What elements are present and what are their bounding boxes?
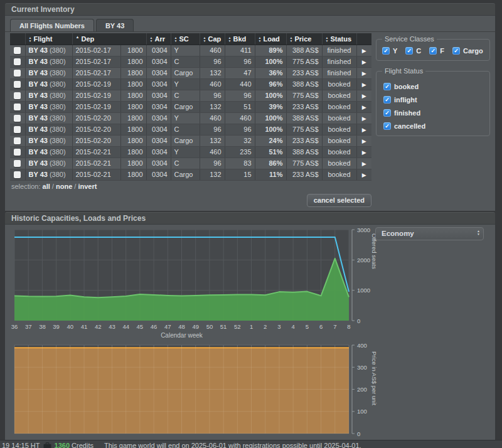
row-detail-icon[interactable]: ▶ xyxy=(362,149,366,156)
flight-cell: BY 43 (380) xyxy=(25,56,72,67)
row-checkbox[interactable] xyxy=(14,92,21,99)
row-checkbox[interactable] xyxy=(14,171,21,178)
dep-date-cell: 2015-02-21 xyxy=(72,157,120,169)
status-cell: booked xyxy=(322,78,356,90)
row-checkbox[interactable] xyxy=(14,126,21,133)
booked-cell: 440 xyxy=(225,78,255,90)
service-classes-fieldset: Service Classes YCFCargo xyxy=(376,35,490,61)
svg-text:7: 7 xyxy=(333,323,336,330)
filters-panel: Service Classes YCFCargo Flight Status b… xyxy=(376,33,490,207)
flight-status-cancelled[interactable]: cancelled xyxy=(383,122,484,130)
checkbox-icon[interactable] xyxy=(405,47,413,55)
svg-text:1000: 1000 xyxy=(357,287,370,294)
dep-date-cell: 2015-02-17 xyxy=(72,45,120,56)
select-invert-link[interactable]: invert xyxy=(78,183,97,190)
load-cell: 96% xyxy=(255,78,286,90)
col-header-bkd[interactable]: ▲▼Bkd xyxy=(225,33,255,45)
svg-text:47: 47 xyxy=(164,323,171,330)
service-class-c[interactable]: C xyxy=(405,47,421,55)
price-cell: 388 AS$ xyxy=(286,78,322,90)
row-detail-icon[interactable]: ▶ xyxy=(362,115,366,122)
service-class-f[interactable]: F xyxy=(429,47,444,55)
svg-text:45: 45 xyxy=(137,323,144,330)
tab-by-43[interactable]: BY 43 xyxy=(96,19,134,31)
credits-briefcase-icon xyxy=(43,442,51,448)
row-detail-icon[interactable]: ▶ xyxy=(362,82,366,88)
row-checkbox[interactable] xyxy=(14,58,21,65)
tab-all-flight-numbers[interactable]: All Flights Numbers xyxy=(10,19,94,31)
row-detail-icon[interactable]: ▶ xyxy=(362,104,366,110)
row-detail-icon[interactable]: ▶ xyxy=(362,70,366,77)
col-header-arr[interactable]: ▲▼Arr xyxy=(146,33,171,45)
svg-text:43: 43 xyxy=(109,323,115,330)
col-header-load[interactable]: ▲▼Load xyxy=(255,33,286,45)
row-detail-icon[interactable]: ▶ xyxy=(362,48,366,54)
booked-cell: 460 xyxy=(225,112,255,124)
history-title: Historic Capacities, Loads and Prices xyxy=(5,212,495,225)
row-detail-icon[interactable]: ▶ xyxy=(362,161,366,167)
row-detail-icon[interactable]: ▶ xyxy=(362,138,366,144)
capacity-cell: 96 xyxy=(200,157,225,169)
capacity-cell: 132 xyxy=(200,67,225,78)
row-checkbox[interactable] xyxy=(14,70,21,77)
dep-date-cell: 2015-02-19 xyxy=(72,101,120,112)
flight-cell: BY 43 (380) xyxy=(25,112,72,124)
col-header-sc[interactable]: ▲▼SC xyxy=(171,33,200,45)
selection-bar: selection: all / none / invert xyxy=(10,181,371,191)
col-header-dep[interactable]: ▲Dep xyxy=(72,33,146,45)
row-checkbox[interactable] xyxy=(14,81,21,88)
checkbox-icon[interactable] xyxy=(383,122,391,130)
service-class-cargo[interactable]: Cargo xyxy=(452,47,483,55)
row-checkbox[interactable] xyxy=(14,104,21,110)
service-class-select[interactable]: Economy ▲▼ xyxy=(375,227,484,240)
status-bar: 19 14:15 HT 1360 Credits This game world… xyxy=(0,440,502,448)
sort-icon: ▲▼ xyxy=(174,36,178,42)
dep-time-cell: 1800 xyxy=(120,56,146,67)
flight-status-finished[interactable]: finished xyxy=(383,109,484,117)
svg-text:Calendar week: Calendar week xyxy=(161,332,203,339)
service-class-cell: C xyxy=(171,90,200,101)
booked-cell: 411 xyxy=(225,45,255,56)
load-cell: 86% xyxy=(255,157,286,169)
row-checkbox[interactable] xyxy=(14,149,21,156)
load-cell: 100% xyxy=(255,56,286,67)
cancel-selected-button[interactable]: cancel selected xyxy=(307,194,371,207)
col-header-status[interactable]: ▲▼Status xyxy=(322,33,356,45)
checkbox-icon[interactable] xyxy=(382,47,390,55)
row-checkbox[interactable] xyxy=(14,47,21,54)
col-header-cap[interactable]: ▲▼Cap xyxy=(200,33,225,45)
row-detail-icon[interactable]: ▶ xyxy=(362,127,366,133)
price-cell: 233 AS$ xyxy=(286,101,322,112)
row-checkbox[interactable] xyxy=(14,137,21,144)
dep-date-cell: 2015-02-21 xyxy=(72,169,120,180)
service-class-y[interactable]: Y xyxy=(382,47,397,55)
capacity-cell: 460 xyxy=(200,45,225,56)
dep-date-cell: 2015-02-21 xyxy=(72,146,120,157)
row-detail-icon[interactable]: ▶ xyxy=(362,59,366,65)
svg-text:2000: 2000 xyxy=(357,256,370,263)
select-all-link[interactable]: all xyxy=(43,183,50,190)
row-detail-icon[interactable]: ▶ xyxy=(362,93,366,99)
flight-status-booked[interactable]: booked xyxy=(383,83,484,90)
col-header-flight[interactable]: ▲▼Flight xyxy=(25,33,72,45)
service-class-cell: Y xyxy=(171,112,200,124)
inventory-table: ▲▼Flight ▲Dep ▲▼Arr ▲▼SC ▲▼Cap ▲▼Bkd ▲▼L… xyxy=(10,33,371,181)
flight-status-inflight[interactable]: inflight xyxy=(383,96,484,104)
col-header-price[interactable]: ▲▼Price xyxy=(286,33,322,45)
dep-date-cell: 2015-02-20 xyxy=(72,124,120,135)
select-none-link[interactable]: none xyxy=(56,183,72,190)
row-checkbox[interactable] xyxy=(14,115,21,122)
checkbox-icon[interactable] xyxy=(429,47,437,55)
capacity-cell: 132 xyxy=(200,101,225,112)
flight-cell: BY 43 (380) xyxy=(25,169,72,180)
checkbox-icon[interactable] xyxy=(452,47,460,55)
checkbox-icon[interactable] xyxy=(383,109,391,117)
checkbox-icon[interactable] xyxy=(383,96,391,104)
row-detail-icon[interactable]: ▶ xyxy=(362,172,366,178)
svg-text:51: 51 xyxy=(220,323,227,330)
sort-icon: ▲▼ xyxy=(326,36,329,42)
checkbox-icon[interactable] xyxy=(383,83,391,90)
row-checkbox[interactable] xyxy=(14,160,21,167)
status-cell: finished xyxy=(322,67,356,78)
status-cell: booked xyxy=(322,112,356,124)
